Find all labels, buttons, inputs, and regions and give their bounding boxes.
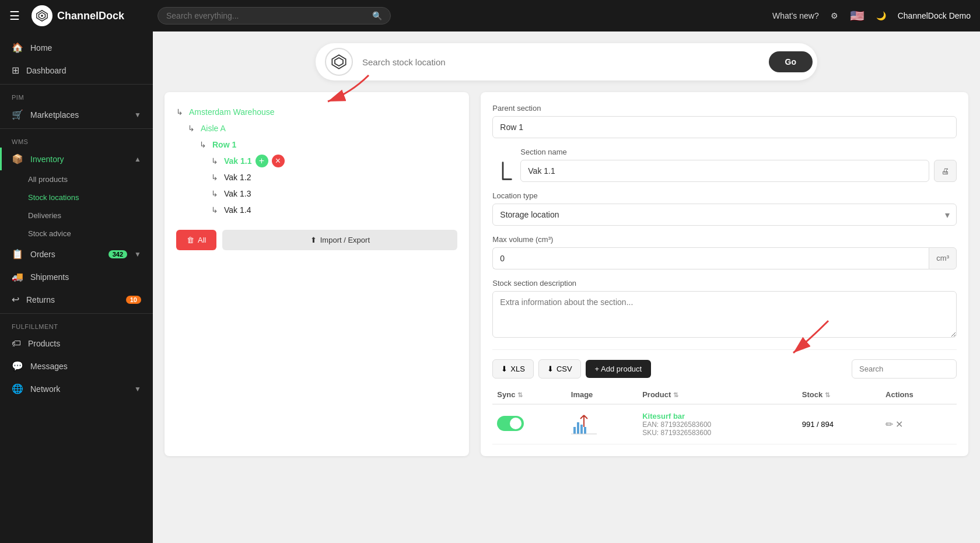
theme-toggle-icon[interactable]: 🌙	[876, 11, 886, 20]
location-tree-panel: ↳ Amsterdam Warehouse ↳ Aisle A ↳ Row 1	[164, 92, 469, 456]
sidebar-item-products[interactable]: 🏷 Products	[0, 332, 153, 355]
language-flag[interactable]: 🇺🇸	[850, 9, 864, 23]
svg-rect-10	[584, 427, 586, 434]
tree-item-vak12[interactable]: Vak 1.2	[224, 169, 251, 185]
section-name-row: 🖨	[520, 160, 957, 182]
sidebar-item-messages[interactable]: 💬 Messages	[0, 355, 153, 377]
left-panel-actions: 🗑 All ⬆ Import / Export	[176, 230, 457, 250]
product-sku: SKU: 8719326583600	[642, 429, 793, 437]
inventory-icon: 📦	[12, 153, 23, 164]
products-icon: 🏷	[12, 338, 21, 349]
sidebar-item-dashboard[interactable]: ⊞ Dashboard	[0, 59, 153, 82]
sidebar-section-wms: WMS	[0, 131, 153, 148]
section-name-group: Section name 🖨	[492, 148, 957, 182]
hamburger-icon[interactable]: ☰	[9, 9, 20, 23]
global-search-input[interactable]	[166, 11, 368, 20]
sidebar-item-stock-advice[interactable]: Stock advice	[0, 225, 153, 243]
tree-node-vak12[interactable]: ↳ Vak 1.2	[176, 169, 457, 185]
location-type-select[interactable]: Storage location Aisle Row Zone	[492, 204, 957, 226]
tree-node-vak13[interactable]: ↳ Vak 1.3	[176, 185, 457, 202]
delete-product-button[interactable]: ✕	[895, 419, 903, 430]
sidebar-item-deliveries[interactable]: Deliveries	[0, 206, 153, 225]
export-csv-button[interactable]: ⬇ CSV	[538, 359, 581, 379]
sidebar-item-network[interactable]: 🌐 Network ▼	[0, 377, 153, 400]
sidebar-label-inventory: Inventory	[30, 155, 127, 164]
csv-icon: ⬇	[547, 365, 554, 373]
stock-search-input[interactable]	[362, 57, 769, 67]
add-product-button[interactable]: + Add product	[586, 360, 652, 378]
parent-section-input[interactable]	[492, 116, 957, 138]
top-right-controls: What's new? ⚙ 🇺🇸 🌙 ChannelDock Demo	[772, 9, 971, 23]
product-image	[571, 411, 597, 436]
sidebar-item-all-products[interactable]: All products	[0, 170, 153, 188]
top-navigation: ☰ ChannelDock 🔍 What's new? ⚙ 🇺🇸 🌙 Chann…	[0, 0, 980, 31]
description-textarea[interactable]	[492, 291, 957, 338]
parent-section-label: Parent section	[492, 104, 957, 113]
svg-marker-4	[335, 58, 343, 66]
messages-icon: 💬	[12, 360, 23, 372]
export-xls-button[interactable]: ⬇ XLS	[492, 359, 534, 379]
tree-node-vak14[interactable]: ↳ Vak 1.4	[176, 202, 457, 218]
col-actions: Actions	[881, 386, 957, 404]
logo: ChannelDock	[32, 5, 148, 26]
svg-point-2	[41, 15, 43, 17]
section-name-input[interactable]	[520, 160, 929, 182]
product-name-link[interactable]: Kitesurf bar	[642, 412, 685, 421]
sync-cell	[492, 404, 566, 444]
sidebar-label-shipments: Shipments	[30, 272, 141, 282]
tree-item-row1[interactable]: Row 1	[212, 136, 236, 153]
returns-icon: ↩	[12, 294, 19, 305]
user-menu[interactable]: ChannelDock Demo	[898, 11, 971, 20]
tree-link-aisle-a[interactable]: Aisle A	[201, 120, 226, 136]
tree-item-vak14[interactable]: Vak 1.4	[224, 202, 251, 218]
orders-icon: 📋	[12, 248, 23, 260]
sidebar-item-marketplaces[interactable]: 🛒 Marketplaces ▼	[0, 103, 153, 126]
whats-new-link[interactable]: What's new?	[772, 11, 819, 20]
tree-item-vak11[interactable]: Vak 1.1	[224, 153, 252, 169]
max-volume-group: Max volume (cm³) cm³	[492, 235, 957, 269]
max-volume-input[interactable]	[492, 247, 929, 269]
svg-marker-3	[332, 55, 345, 68]
sidebar-item-returns[interactable]: ↩ Returns 10	[0, 288, 153, 311]
delete-all-button[interactable]: 🗑 All	[176, 230, 216, 250]
stock-search-go-button[interactable]: Go	[769, 51, 813, 72]
product-search-input[interactable]	[852, 359, 957, 379]
volume-unit: cm³	[929, 247, 957, 269]
tree-link-amsterdam[interactable]: Amsterdam Warehouse	[189, 104, 275, 120]
print-icon: 🖨	[942, 167, 949, 176]
sidebar-item-inventory[interactable]: 📦 Inventory ▲	[0, 148, 153, 170]
tree-node-amsterdam[interactable]: ↳ Amsterdam Warehouse	[176, 104, 457, 120]
sidebar-item-shipments[interactable]: 🚚 Shipments	[0, 265, 153, 288]
stock-sort-icon[interactable]: ⇅	[825, 391, 830, 398]
product-sort-icon[interactable]: ⇅	[673, 391, 678, 398]
location-type-label: Location type	[492, 191, 957, 200]
remove-node-button[interactable]: ×	[272, 155, 285, 167]
global-search[interactable]: 🔍	[158, 7, 391, 24]
content-grid: ↳ Amsterdam Warehouse ↳ Aisle A ↳ Row 1	[164, 92, 968, 456]
parent-section-group: Parent section	[492, 104, 957, 138]
search-icon: 🔍	[372, 11, 382, 20]
edit-product-button[interactable]: ✏	[886, 419, 893, 430]
product-section: ⬇ XLS ⬇ CSV + Add product	[492, 349, 957, 444]
tree-node-vak11[interactable]: ↳ Vak 1.1 + ×	[176, 153, 457, 169]
sidebar-item-stock-locations[interactable]: Stock locations	[0, 188, 153, 206]
sort-icon[interactable]: ⇅	[517, 391, 523, 398]
sidebar-item-orders[interactable]: 📋 Orders 342 ▼	[0, 243, 153, 265]
col-image: Image	[566, 386, 638, 404]
location-tree: ↳ Amsterdam Warehouse ↳ Aisle A ↳ Row 1	[176, 104, 457, 218]
location-detail-panel: Parent section Section name	[481, 92, 968, 456]
tree-node-row1[interactable]: ↳ Row 1	[176, 136, 457, 153]
col-product: Product ⇅	[638, 386, 797, 404]
print-button[interactable]: 🖨	[934, 160, 957, 182]
product-ean: EAN: 8719326583600	[642, 421, 793, 429]
settings-icon[interactable]: ⚙	[831, 11, 838, 20]
import-export-button[interactable]: ⬆ Import / Export	[222, 230, 457, 250]
sync-toggle[interactable]	[497, 416, 524, 431]
tree-node-aisle-a[interactable]: ↳ Aisle A	[176, 120, 457, 136]
product-table: Sync ⇅ Image Product ⇅	[492, 386, 957, 444]
tree-item-vak13[interactable]: Vak 1.3	[224, 185, 251, 202]
network-chevron: ▼	[134, 385, 141, 393]
sidebar-item-home[interactable]: 🏠 Home	[0, 36, 153, 59]
add-child-button[interactable]: +	[256, 155, 268, 167]
table-row: Kitesurf bar EAN: 8719326583600 SKU: 871…	[492, 404, 957, 444]
